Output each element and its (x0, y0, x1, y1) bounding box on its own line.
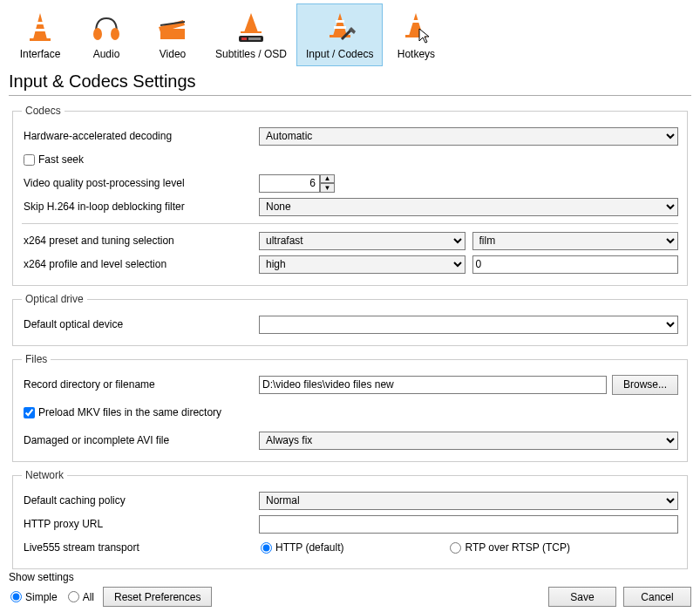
optical-device-label: Default optical device (22, 318, 259, 330)
footer: Show settings Simple All Reset Preferenc… (9, 571, 691, 607)
svg-rect-7 (160, 29, 185, 39)
pplevel-down[interactable]: ▼ (320, 183, 335, 193)
group-legend: Network (22, 469, 67, 481)
svg-marker-0 (33, 13, 47, 39)
subtitles-icon (230, 8, 272, 46)
recdir-label: Record directory or filename (22, 378, 259, 391)
svg-rect-3 (34, 29, 46, 31)
x264preset-combo[interactable]: ultrafast (259, 232, 466, 250)
cone-cursor-icon (395, 8, 437, 46)
tab-input-codecs[interactable]: Input / Codecs (296, 3, 383, 66)
pplevel-up[interactable]: ▲ (320, 174, 335, 184)
tab-label: Interface (20, 48, 61, 60)
fastseek-label: Fast seek (38, 153, 84, 166)
svg-point-4 (93, 28, 102, 40)
x264level-input[interactable] (472, 255, 679, 274)
group-codecs: Codecs Hardware-accelerated decoding Aut… (12, 105, 688, 286)
svg-rect-12 (241, 37, 247, 40)
x264preset-label: x264 preset and tuning selection (22, 235, 259, 247)
svg-point-5 (111, 28, 119, 40)
avi-combo[interactable]: Always fix (259, 432, 678, 450)
cache-label: Default caching policy (22, 494, 259, 507)
x264profile-combo[interactable]: high (259, 255, 466, 274)
preload-input[interactable] (24, 407, 35, 418)
group-legend: Files (22, 353, 51, 365)
cone-icon (19, 8, 61, 46)
svg-rect-2 (36, 22, 44, 24)
proxy-input[interactable] (259, 515, 678, 534)
avi-label: Damaged or incomplete AVI file (22, 434, 259, 446)
live555-rtp-radio[interactable]: RTP over RTSP (TCP) (448, 541, 569, 554)
svg-rect-1 (30, 38, 51, 41)
svg-rect-13 (248, 37, 261, 40)
skipdeblock-combo[interactable]: None (259, 198, 678, 216)
recdir-input[interactable] (259, 376, 607, 394)
live555-http-radio[interactable]: HTTP (default) (259, 541, 343, 554)
proxy-label: HTTP proxy URL (22, 518, 259, 530)
fastseek-input[interactable] (24, 154, 35, 166)
group-optical: Optical drive Default optical device (12, 293, 688, 346)
reset-button[interactable]: Reset Preferences (103, 587, 212, 607)
live555-label: Live555 stream transport (22, 541, 259, 554)
svg-marker-9 (244, 13, 258, 32)
svg-marker-23 (419, 29, 429, 43)
show-simple-radio[interactable]: Simple (9, 591, 58, 603)
tab-label: Video (160, 48, 186, 60)
cone-brush-icon (319, 8, 361, 46)
svg-rect-17 (334, 26, 346, 29)
optical-device-combo[interactable] (259, 316, 678, 334)
tab-hotkeys[interactable]: Hotkeys (383, 3, 449, 66)
preload-checkbox[interactable]: Preload MKV files in the same directory (22, 406, 221, 418)
page-title: Input & Codecs Settings (0, 66, 700, 93)
group-legend: Codecs (22, 105, 65, 117)
cancel-button[interactable]: Cancel (623, 587, 691, 607)
headphones-icon (85, 8, 127, 46)
tab-interface[interactable]: Interface (7, 3, 73, 66)
tab-label: Hotkeys (398, 48, 435, 60)
fastseek-checkbox[interactable]: Fast seek (22, 153, 84, 166)
group-files: Files Record directory or filename Brows… (12, 353, 688, 462)
preload-label: Preload MKV files in the same directory (38, 406, 221, 418)
tab-video[interactable]: Video (139, 3, 206, 66)
show-settings-label: Show settings (9, 571, 212, 583)
svg-rect-10 (241, 31, 262, 33)
tab-label: Audio (93, 48, 120, 60)
show-all-radio[interactable]: All (66, 591, 94, 603)
category-tabs: Interface Audio Video Subtitles / OSD In… (0, 0, 700, 66)
svg-rect-16 (336, 20, 344, 23)
skipdeblock-label: Skip H.264 in-loop deblocking filter (22, 201, 259, 213)
tab-subtitles[interactable]: Subtitles / OSD (206, 3, 296, 66)
tab-label: Subtitles / OSD (215, 48, 287, 60)
pplevel-label: Video quality post-processing level (22, 177, 259, 189)
group-network: Network Default caching policy Normal HT… (12, 469, 688, 569)
save-button[interactable]: Save (548, 587, 616, 607)
hwdec-label: Hardware-accelerated decoding (22, 130, 259, 142)
clapperboard-icon (152, 8, 194, 46)
cache-combo[interactable]: Normal (259, 492, 678, 510)
x264profile-label: x264 profile and level selection (22, 258, 259, 270)
svg-rect-22 (411, 20, 420, 23)
group-legend: Optical drive (22, 293, 87, 305)
svg-marker-14 (333, 13, 347, 36)
x264tune-combo[interactable]: film (472, 232, 679, 250)
tab-label: Input / Codecs (306, 48, 373, 60)
codecs-divider (22, 223, 678, 224)
browse-button[interactable]: Browse... (612, 375, 678, 395)
pplevel-spinner[interactable] (259, 174, 320, 193)
tab-audio[interactable]: Audio (73, 3, 139, 66)
title-divider (9, 95, 691, 96)
hwdec-combo[interactable]: Automatic (259, 127, 678, 146)
